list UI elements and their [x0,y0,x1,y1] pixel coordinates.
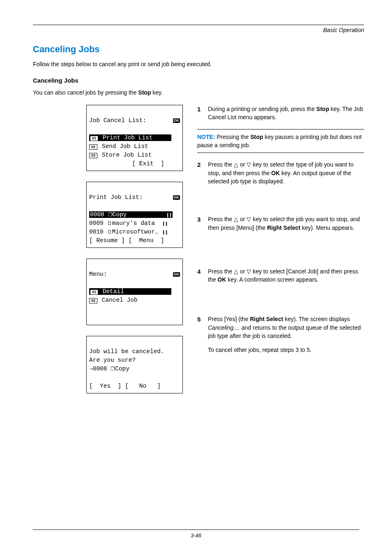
lcd3-item-1: 01 Detail [89,288,171,295]
lcd1-item-2: 02 Send Job List [89,143,148,150]
step-3: 3 Press the △ or ▽ key to select the job… [197,215,364,232]
lcd-menu: Menu:OK 01 Detail 02 Cancel Job [86,259,183,325]
ok-badge: OK [173,195,180,200]
badge-01: 01 [90,289,98,295]
sub-intro-a: You can also cancel jobs by pressing the [33,89,138,96]
lcd3-title: Menu: [89,270,107,279]
spacer [197,239,364,267]
lcd4-line3: →0008 ❐Copy [89,365,129,372]
lcd4-softkeys: [ Yes ] [ No ] [89,383,161,389]
footer-rule [33,530,359,530]
header-rule [33,25,364,25]
sub-intro: You can also cancel jobs by pressing the… [33,89,364,97]
step-num-2: 2 [197,160,208,185]
down-key-icon: ▽ [247,216,251,222]
lcd2-row-3: 0010 🗋Microsoftwor… ❙❙ [89,229,168,235]
doc-icon: 🗋 [107,229,112,235]
step-5-text: Press [Yes] (the Right Select key). The … [208,315,364,354]
step-1: 1 During a printing or sending job, pres… [197,105,364,122]
step-4-text: Press the △ or ▽ key to select [Cancel J… [208,267,364,284]
step-4: 4 Press the △ or ▽ key to select [Cancel… [197,267,364,284]
nav-ok-icon: OK [172,195,180,200]
intro-text: Follow the steps below to cancel any pri… [33,60,364,69]
note-box: NOTE: Pressing the Stop key pauses a pri… [197,129,364,153]
badge-01: 01 [90,136,98,141]
up-key-icon: △ [234,268,238,275]
ok-key-label: OK [217,276,226,283]
spacer [197,291,364,315]
lcd4-line2: Are you sure? [89,357,136,363]
lcd-column: Job Cancel List:OK 01 Print Job List 02 … [86,105,185,404]
step-num-3: 3 [197,215,208,232]
down-key-icon: ▽ [247,161,251,168]
nav-ok-icon: OK [172,272,180,277]
step-5: 5 Press [Yes] (the Right Select key). Th… [197,315,364,354]
footer: 3-46 [0,530,392,539]
pause-icon: ❙❙ [162,230,168,234]
up-key-icon: △ [234,161,238,168]
stack-icon: ❐ [111,366,115,372]
up-key-icon: △ [234,216,238,222]
step-num-4: 4 [197,267,208,284]
ok-badge: OK [173,272,180,277]
page: Basic Operation Canceling Jobs Follow th… [0,0,392,555]
spacer [197,193,364,215]
stop-key-label: Stop [316,106,329,112]
right-select-key-label: Right Select [250,316,283,322]
lcd1-item-1-label: Print Job List [103,134,153,141]
lcd2-softkeys: [ Resume ] [ Menu ] [89,237,164,244]
step-5-tail: To cancel other jobs, repeat steps 3 to … [208,347,311,353]
step-3-text: Press the △ or ▽ key to select the job y… [208,215,364,232]
lcd1-title: Job Cancel List: [89,116,146,125]
page-title: Canceling Jobs [33,44,364,55]
lcd3-item-2: 02 Cancel Job [89,297,138,303]
lcd-confirm: Job will be canceled. Are you sure? →000… [86,336,183,393]
step-2-text: Press the △ or ▽ key to select the type … [208,160,364,185]
step-num-1: 1 [197,105,208,122]
page-number: 3-46 [0,532,392,539]
lcd-job-cancel-list: Job Cancel List:OK 01 Print Job List 02 … [86,105,183,171]
stop-key-label: Stop [138,89,151,96]
pause-icon: ❙❙ [162,221,168,226]
lcd1-item-3-label: Store Job List [102,152,152,158]
header-section: Basic Operation [33,27,364,33]
right-column: 1 During a printing or sending job, pres… [197,105,364,361]
arrow-right-icon: → [89,365,93,372]
lcd1-item-3: 03 Store Job List [89,152,152,158]
ok-badge: OK [173,118,180,123]
step-num-5: 5 [197,315,208,354]
badge-02: 02 [89,298,97,303]
pause-icon: ❙❙ [166,213,172,217]
ok-key-label: OK [271,170,280,176]
down-key-icon: ▽ [247,268,251,275]
lcd4-line1: Job will be canceled. [89,348,164,355]
lcd1-softkey: [ Exit ] [89,160,164,167]
lcd1-item-1: 01 Print Job List [89,134,171,141]
note-label: NOTE: [197,134,215,140]
right-select-key-label: Right Select [267,224,300,231]
canceling-text: Canceling.... [208,324,240,331]
lcd-print-job-list: Print Job List:OK 0008 ❐Copy ❙❙ 0009 🗋ma… [86,182,183,248]
lcd2-row-2: 0009 🗋maury's data ❙❙ [89,220,168,227]
badge-02: 02 [89,144,97,150]
stop-key-label: Stop [250,134,263,140]
lcd2-row-1: 0008 ❐Copy ❙❙ [89,211,173,218]
nav-ok-icon: OK [172,118,180,123]
lcd3-blank [89,314,93,321]
sub-intro-b: key. [151,89,163,96]
doc-icon: 🗋 [107,220,112,226]
step-1-text: During a printing or sending job, press … [208,105,364,122]
row-1: Job Cancel List:OK 01 Print Job List 02 … [33,105,364,404]
badge-03: 03 [89,153,97,158]
lcd2-title: Print Job List: [89,193,143,202]
lcd1-item-2-label: Send Job List [102,143,148,150]
subheading: Canceling Jobs [33,77,364,84]
step-2: 2 Press the △ or ▽ key to select the typ… [197,160,364,185]
stack-icon: ❐ [108,212,113,217]
note-a: Pressing the [215,134,251,140]
